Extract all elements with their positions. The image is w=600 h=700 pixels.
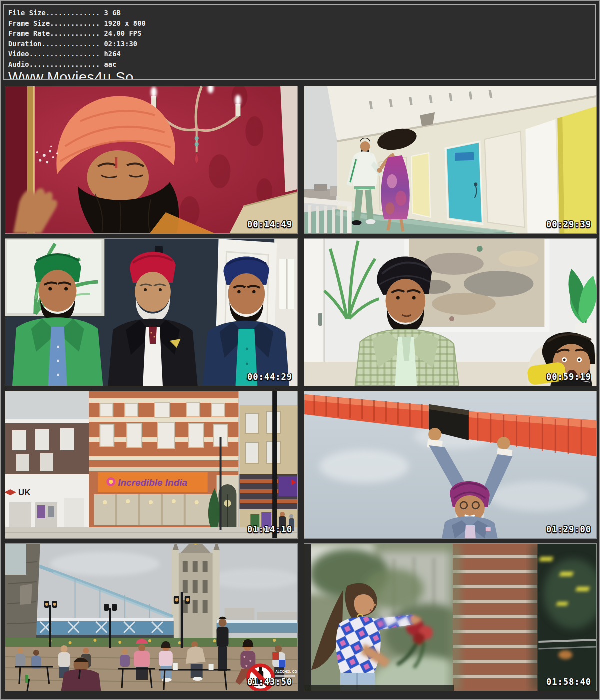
pink-hoodie-woman (159, 642, 173, 682)
timestamp-overlay-6: 01:29:00 (546, 524, 592, 534)
bank-sign-text: UK (18, 488, 31, 498)
screenshot-three-men: 00:44:29 (5, 238, 298, 386)
cloud (320, 450, 409, 484)
alcohol-warning-text: ALCOHOL CONSUMPTION IS INJURIOUS (276, 670, 298, 674)
center-building: Incredible India (89, 392, 252, 538)
yellow-door (412, 153, 430, 218)
screenshot-guru-closeup: 00:14:49 (5, 86, 298, 234)
planter-hedge (6, 638, 298, 648)
scene-pipe-hang (304, 392, 596, 538)
brick-wall-motion-blur (449, 544, 543, 691)
info-line-audio: Audio................. aac (8, 60, 596, 70)
screenshot-london-street: UK Incredible India (5, 391, 298, 539)
screenshot-sofa-shock: 00:59:19 (304, 238, 597, 386)
scene-london-street: UK Incredible India (6, 392, 298, 538)
scene-tower-bridge-cafe: ALCOHOL CONSUMPTION IS INJURIOUS (6, 544, 298, 691)
screenshot-flower-throw: 01:58:40 (304, 544, 597, 692)
timestamp-overlay-8: 01:58:40 (546, 677, 592, 687)
scene-sofa-shock (304, 239, 596, 386)
screenshot-pipe-hang: 01:29:00 (304, 391, 597, 539)
scene-guru-closeup (6, 86, 298, 234)
door-handle (318, 313, 322, 326)
white-door (485, 132, 525, 228)
watermark-text: Www.Movies4u.So (8, 70, 596, 80)
timestamp-overlay-3: 00:44:29 (248, 372, 292, 382)
info-panel: File Size............. 3 GB Frame Size..… (4, 4, 596, 80)
media-info-sheet: File Size............. 3 GB Frame Size..… (0, 0, 600, 700)
scene-three-men (6, 239, 298, 386)
lamp-post (220, 438, 222, 530)
info-line-duration: Duration.............. 02:13:30 (8, 39, 596, 50)
shop-windows (94, 494, 214, 526)
green-bottle (26, 675, 28, 683)
lit-pillar (526, 120, 558, 234)
screenshot-grid: 00:14:49 (1, 80, 599, 692)
screenshot-tower-bridge-cafe: ALCOHOL CONSUMPTION IS INJURIOUS 01:43:5… (5, 544, 298, 692)
info-line-video: Video................. h264 (8, 49, 596, 60)
timestamp-overlay-5: 01:14:10 (248, 524, 292, 534)
timestamp-overlay-1: 00:14:49 (248, 220, 292, 230)
face (354, 594, 374, 615)
dark-window-reflections (538, 544, 596, 691)
restaurant-sign-text: Incredible India (118, 478, 188, 488)
timestamp-overlay-4: 00:59:19 (546, 372, 592, 382)
left-building: UK (6, 420, 90, 530)
info-line-file-size: File Size............. 3 GB (8, 8, 596, 18)
scene-beach-huts-dance (304, 86, 596, 234)
timestamp-overlay-7: 01:43:50 (248, 677, 292, 687)
right-building (240, 406, 298, 538)
screenshot-beach-huts-dance: 00:29:39 (304, 86, 597, 234)
timestamp-overlay-2: 00:29:39 (546, 220, 592, 230)
info-line-frame-rate: Frame Rate............ 24.00 FPS (8, 28, 596, 39)
info-line-frame-size: Frame Size............ 1920 x 800 (8, 18, 596, 29)
scene-flower-throw (304, 544, 596, 691)
dark-edge (304, 544, 312, 691)
street-pole (272, 392, 277, 538)
purple-shop-sign (278, 476, 298, 496)
